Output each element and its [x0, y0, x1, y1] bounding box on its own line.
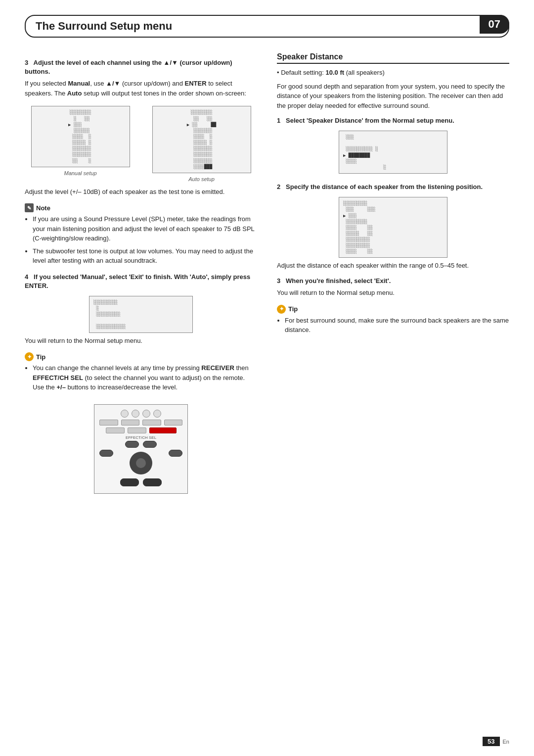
step4-heading: 4 If you selected 'Manual', select 'Exit… — [25, 273, 257, 290]
tip-box-left: ✦ Tip You can change the channel levels … — [25, 352, 257, 392]
remote-btn-rect5 — [106, 427, 125, 433]
remote-btn-circle2 — [132, 410, 139, 418]
tip-item-right-1: For best surround sound, make sure the s… — [285, 316, 509, 335]
tip-box-right: ✦ Tip For best surround sound, make sure… — [277, 305, 509, 335]
auto-screen-label: Auto setup — [146, 176, 257, 182]
step4-screen-wrapper: ░░░░░░░░░ ░ ░░░░░░░░░ ░░░░░░░░░░░ — [25, 293, 257, 336]
intro-para: For good sound depth and separation from… — [277, 82, 509, 111]
step3-para1: If you selected Manual, use ▲/▼ (cursor … — [25, 79, 257, 98]
step4-screen: ░░░░░░░░░ ░ ░░░░░░░░░ ░░░░░░░░░░░ — [89, 296, 193, 333]
note-item-2: The subwoofer test tone is output at low… — [33, 246, 257, 266]
step4-footer: You will return to the Normal setup menu… — [25, 336, 257, 346]
remote-btn-circle3 — [142, 410, 150, 418]
content-columns: 3 Adjust the level of each channel using… — [25, 52, 509, 499]
tip-header-right: ✦ Tip — [277, 305, 509, 314]
note-list: If you are using a Sound Pressure Level … — [33, 214, 257, 266]
right-step1-heading: 1 Select 'Speaker Distance' from the Nor… — [277, 116, 509, 125]
right-step3-heading: 3 When you're finished, select 'Exit'. — [277, 277, 509, 285]
tip-header-left: ✦ Tip — [25, 352, 257, 361]
step2-footer: Adjust the distance of each speaker with… — [277, 261, 509, 271]
remote-oval-large1 — [120, 478, 139, 486]
right-step2-screen: ░░░░░░░░░ ░░░ ░░░ ▶ ░░░ ░░░░░░░░ ░░░░ ░░… — [339, 197, 447, 258]
manual-screen: ░░░░░░░░ ░ ░░ ▶ ░░░ ░░░░░░ ░░░░ ░ ░░░░░ … — [31, 106, 130, 167]
right-step1-screen-wrapper: ░░░ ░░░░░░░░░░ ░ ▶ ████████ ░░░░ ░ — [277, 128, 509, 177]
note-box: ✎ Note If you are using a Sound Pressure… — [25, 203, 257, 266]
step3-heading: 3 Adjust the level of each channel using… — [25, 58, 257, 76]
chapter-number: 07 — [480, 15, 509, 34]
page-container: The Surround Setup menu 07 3 Adjust the … — [0, 0, 534, 756]
page-footer: 53 En — [483, 737, 509, 746]
remote-btn-circle1 — [121, 410, 129, 418]
default-setting: • Default setting: 10.0 ft (all speakers… — [277, 68, 509, 78]
manual-screen-label: Manual setup — [25, 170, 136, 176]
step3-footer-right: You will return to the Normal setup menu… — [277, 288, 509, 298]
remote-btn-rect3 — [142, 420, 161, 425]
remote-oval2 — [143, 441, 157, 448]
remote-joystick — [130, 452, 152, 474]
tip-item-left-1: You can change the channel levels at any… — [33, 363, 257, 392]
left-column: 3 Adjust the level of each channel using… — [25, 52, 257, 499]
remote-oval-large2 — [143, 478, 162, 486]
remote-center-section: EFFECT/CH SEL — [99, 435, 182, 440]
remote-btn-circle4 — [153, 410, 161, 418]
remote-label: EFFECT/CH SEL — [99, 435, 182, 440]
page-title: The Surround Setup menu — [36, 20, 498, 33]
page-header: The Surround Setup menu 07 — [25, 15, 509, 38]
tip-list-right: For best surround sound, make sure the s… — [285, 316, 509, 335]
remote-joystick-center — [136, 458, 146, 468]
page-number: 53 — [483, 737, 499, 746]
remote-btn-rect4 — [164, 420, 183, 425]
auto-screen: ░░░░░░░░ ░░ ░░ ▶ ░░ ██ ░░░░░░░ ░░░░ ░ ░░… — [152, 106, 251, 173]
step3-para2: Adjust the level (+/– 10dB) of each spea… — [25, 187, 257, 197]
tip-icon-right: ✦ — [277, 305, 286, 314]
right-column: Speaker Distance • Default setting: 10.0… — [277, 52, 509, 499]
screen-mockups-row: ░░░░░░░░ ░ ░░ ▶ ░░░ ░░░░░░ ░░░░ ░ ░░░░░ … — [25, 103, 257, 182]
note-item-1: If you are using a Sound Pressure Level … — [33, 214, 257, 243]
tip-list-left: You can change the channel levels at any… — [33, 363, 257, 392]
right-step1-screen: ░░░ ░░░░░░░░░░ ░ ▶ ████████ ░░░░ ░ — [339, 131, 447, 174]
tip-icon-left: ✦ — [25, 352, 34, 361]
right-step2-screen-wrapper: ░░░░░░░░░ ░░░ ░░░ ▶ ░░░ ░░░░░░░░ ░░░░ ░░… — [277, 194, 509, 261]
note-icon: ✎ — [25, 203, 34, 212]
remote-wrapper: EFFECT/CH SEL — [25, 399, 257, 499]
remote-oval4 — [169, 450, 182, 457]
remote-oval1 — [125, 441, 139, 448]
speaker-distance-title: Speaker Distance — [277, 52, 509, 64]
remote-btn-rect2 — [121, 420, 140, 425]
auto-screen-col: ░░░░░░░░ ░░ ░░ ▶ ░░ ██ ░░░░░░░ ░░░░ ░ ░░… — [146, 103, 257, 182]
remote-oval3 — [99, 450, 113, 457]
manual-screen-col: ░░░░░░░░ ░ ░░ ▶ ░░░ ░░░░░░ ░░░░ ░ ░░░░░ … — [25, 103, 136, 182]
note-header: ✎ Note — [25, 203, 257, 212]
page-lang: En — [503, 739, 509, 745]
remote-btn-receiver — [149, 427, 177, 433]
remote-mockup: EFFECT/CH SEL — [94, 404, 188, 494]
remote-btn-rect6 — [128, 427, 146, 433]
right-step2-heading: 2 Specify the distance of each speaker f… — [277, 183, 509, 191]
remote-btn-rect1 — [99, 420, 118, 425]
